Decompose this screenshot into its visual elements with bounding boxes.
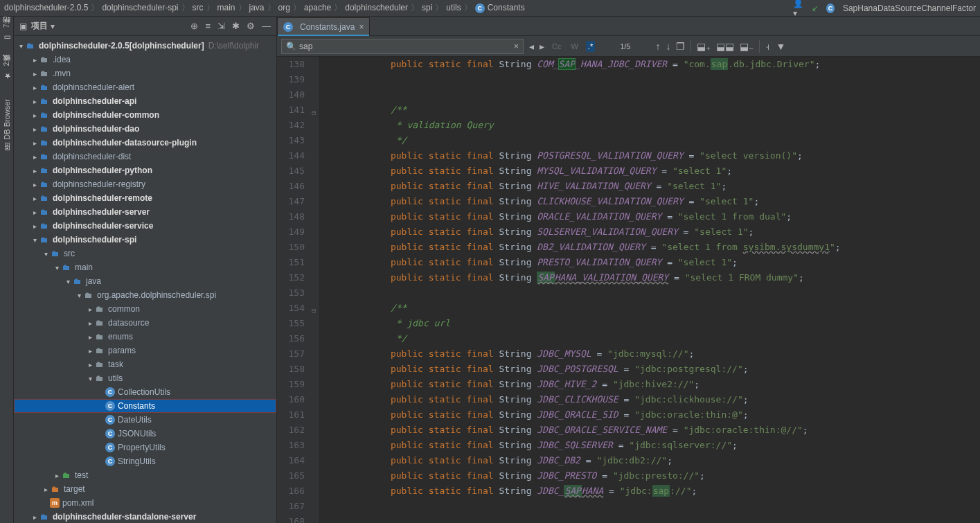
nav-related-file[interactable]: SapHanaDataSourceChannelFactor (843, 3, 976, 13)
code-line[interactable] (326, 87, 980, 103)
breadcrumb-java[interactable]: java (249, 3, 265, 12)
tree-item-stringutils[interactable]: CStringUtils (14, 454, 276, 468)
fold-gutter[interactable]: ⊟⊟ (310, 57, 320, 523)
breadcrumb-main[interactable]: main (217, 3, 235, 12)
code-line[interactable]: */ (326, 331, 980, 346)
new-window-icon[interactable]: ❐ (676, 41, 685, 52)
tree-item-dolphinscheduler-service[interactable]: ▸🖿dolphinscheduler-service (14, 219, 276, 233)
tree-root[interactable]: ▾🖿dolphinscheduler-2.0.5 [dolphinschedul… (14, 39, 276, 53)
breadcrumb-Constants[interactable]: Constants (488, 3, 525, 12)
code-line[interactable]: public static final String JDBC_DB2 = "j… (326, 453, 980, 468)
tree-item-java[interactable]: ▾🖿java (14, 274, 276, 288)
code-line[interactable]: public static final String CLICKHOUSE_VA… (326, 194, 980, 209)
select-all-icon[interactable]: ⬓⬓ (716, 41, 734, 52)
collapse-icon[interactable]: ⇲ (217, 21, 225, 31)
tree-item-task[interactable]: ▸🖿task (14, 357, 276, 371)
tree-item-propertyutils[interactable]: CPropertyUtils (14, 441, 276, 454)
tree-item-dateutils[interactable]: CDateUtils (14, 413, 276, 427)
prev-occurrence-icon[interactable]: ◂ (529, 41, 534, 52)
code-line[interactable]: public static final String COM_SAP_HANA_… (326, 57, 980, 72)
code-line[interactable]: public static final String MYSQL_VALIDAT… (326, 163, 980, 179)
code-line[interactable]: * jdbc url (326, 316, 980, 331)
tree-item-src[interactable]: ▾🖿src (14, 247, 276, 260)
code-content[interactable]: public static final String COM_SAP_HANA_… (320, 57, 980, 523)
breadcrumb-org[interactable]: org (278, 3, 290, 12)
code-line[interactable] (326, 285, 980, 301)
code-line[interactable]: public static final String JDBC_ORACLE_S… (326, 423, 980, 438)
settings-icon[interactable]: ✱ (232, 21, 240, 31)
code-line[interactable] (326, 499, 980, 514)
tree-item-dolphinscheduler-dist[interactable]: ▸🖿dolphinscheduler-dist (14, 150, 276, 163)
code-line[interactable]: public static final String JDBC_SAPHANA … (326, 484, 980, 499)
close-icon[interactable]: × (359, 22, 364, 32)
breadcrumb-src[interactable]: src (193, 3, 204, 12)
code-line[interactable]: /** (326, 301, 980, 316)
tool-tab-structure[interactable]: ▭结构7: (1, 19, 12, 45)
words-toggle[interactable]: W (569, 41, 580, 52)
code-line[interactable]: * validation Query (326, 118, 980, 133)
tree-item-dolphinscheduler-alert[interactable]: ▸🖿dolphinscheduler-alert (14, 80, 276, 94)
code-line[interactable]: public static final String JDBC_CLICKHOU… (326, 392, 980, 407)
code-line[interactable]: public static final String ORACLE_VALIDA… (326, 209, 980, 224)
breadcrumb-dolphinscheduler[interactable]: dolphinscheduler (345, 3, 408, 12)
fold-icon[interactable]: ⊟ (312, 303, 316, 319)
clear-search-icon[interactable]: × (514, 42, 519, 51)
code-line[interactable]: public static final String POSTGRESQL_VA… (326, 148, 980, 163)
code-line[interactable]: public static final String JDBC_HIVE_2 =… (326, 377, 980, 392)
toggle-icon[interactable]: ⫞ (765, 41, 770, 52)
tree-item-dolphinscheduler-spi[interactable]: ▾🖿dolphinscheduler-spi (14, 233, 276, 247)
add-selection-icon[interactable]: ⬓₊ (697, 41, 711, 52)
tree-item-common[interactable]: ▸🖿common (14, 302, 276, 316)
tree-item-dolphinscheduler-datasource-plugin[interactable]: ▸🖿dolphinscheduler-datasource-plugin (14, 136, 276, 150)
tree-item-target[interactable]: ▸🖿target (14, 482, 276, 496)
user-icon[interactable]: 👤▾ (793, 3, 804, 14)
editor-tab-constants[interactable]: C Constants.java × (277, 17, 370, 35)
up-arrow-icon[interactable]: ↑ (655, 41, 660, 52)
hide-icon[interactable]: — (262, 21, 271, 31)
tree-item-dolphinscheduler-standalone-server[interactable]: ▸🖿dolphinscheduler-standalone-server (14, 510, 276, 523)
tree-item-test[interactable]: ▸🖿test (14, 468, 276, 482)
breadcrumb-spi[interactable]: spi (422, 3, 432, 12)
tree-item-enums[interactable]: ▸🖿enums (14, 330, 276, 344)
code-line[interactable] (326, 72, 980, 87)
tree-item--mvn[interactable]: ▸🖿.mvn (14, 67, 276, 80)
tree-item-main[interactable]: ▾🖿main (14, 260, 276, 274)
code-line[interactable]: public static final String HIVE_VALIDATI… (326, 179, 980, 194)
code-line[interactable]: public static final String SQLSERVER_VAL… (326, 224, 980, 240)
tree-item-collectionutils[interactable]: CCollectionUtils (14, 385, 276, 399)
code-line[interactable]: public static final String JDBC_ORACLE_S… (326, 407, 980, 423)
code-line[interactable]: public static final String DB2_VALIDATIO… (326, 240, 980, 255)
tree-item-params[interactable]: ▸🖿params (14, 344, 276, 357)
code-line[interactable]: public static final String JDBC_SQLSERVE… (326, 438, 980, 453)
code-line[interactable]: public static final String SAPHANA_VALID… (326, 270, 980, 285)
code-line[interactable] (326, 514, 980, 523)
tree-item-dolphinscheduler-python[interactable]: ▸🖿dolphinscheduler-python (14, 163, 276, 177)
breadcrumb-dolphinscheduler-spi[interactable]: dolphinscheduler-spi (102, 3, 178, 12)
fold-icon[interactable]: ⊟ (312, 105, 316, 121)
down-arrow-icon[interactable]: ↓ (666, 41, 670, 52)
code-line[interactable]: */ (326, 133, 980, 148)
next-occurrence-icon[interactable]: ▸ (540, 41, 544, 52)
breadcrumb-utils[interactable]: utils (446, 3, 461, 12)
tree-item-dolphinscheduler-api[interactable]: ▸🖿dolphinscheduler-api (14, 94, 276, 108)
breadcrumb-apache[interactable]: apache (304, 3, 331, 12)
tree-item-utils[interactable]: ▾🖿utils (14, 371, 276, 385)
expand-icon[interactable]: ≡ (205, 21, 211, 31)
tree-item-org-apache-dolphinscheduler-spi[interactable]: ▾🖿org.apache.dolphinscheduler.spi (14, 288, 276, 302)
search-input-wrapper[interactable]: 🔍 × (281, 39, 524, 54)
tree-item-pom-xml[interactable]: mpom.xml (14, 496, 276, 510)
code-line[interactable]: public static final String JDBC_PRESTO =… (326, 468, 980, 484)
tree-item-dolphinscheduler-dao[interactable]: ▸🖿dolphinscheduler-dao (14, 122, 276, 136)
remove-selection-icon[interactable]: ⬓₋ (740, 41, 754, 52)
tree-item-dolphinscheduler-server[interactable]: ▸🖿dolphinscheduler-server (14, 205, 276, 219)
match-case-toggle[interactable]: Cc (550, 41, 563, 52)
tree-item-datasource[interactable]: ▸🖿datasource (14, 316, 276, 330)
code-line[interactable]: /** (326, 103, 980, 118)
regex-toggle[interactable]: .* (586, 41, 595, 52)
tree-item-dolphinscheduler-common[interactable]: ▸🖿dolphinscheduler-common (14, 108, 276, 122)
tree-item-dolphinscheduler-registry[interactable]: ▸🖿dolphinscheduler-registry (14, 177, 276, 191)
code-line[interactable]: public static final String PRESTO_VALIDA… (326, 255, 980, 270)
tree-item-jsonutils[interactable]: CJSONUtils (14, 427, 276, 441)
tool-tab-db-browser[interactable]: 🗄DB Browser (3, 96, 11, 153)
gear-icon[interactable]: ⚙ (247, 21, 255, 31)
